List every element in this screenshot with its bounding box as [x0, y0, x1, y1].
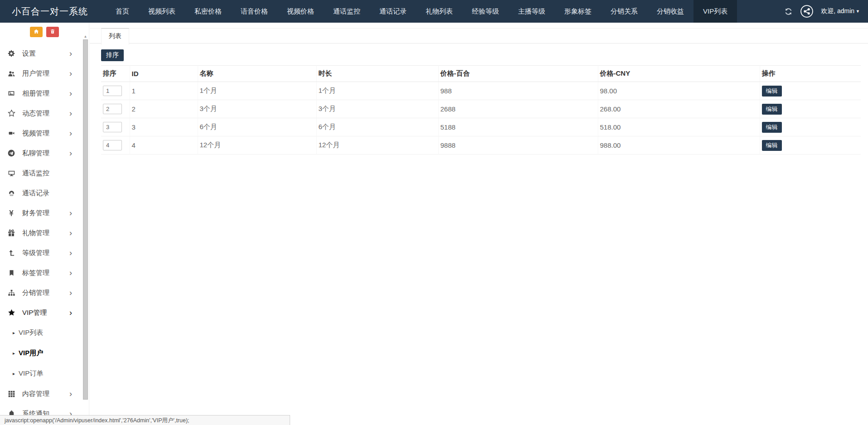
chevron-right-icon: › — [69, 249, 72, 257]
user-menu[interactable]: 欢迎, admin▼ — [821, 7, 860, 15]
sitemap-icon — [6, 289, 16, 297]
main-content: 列表 排序 排序 ID 名称 时长 价格-百合 价格-CNY 操作 1 1个月 … — [90, 23, 868, 425]
chevron-right-icon: › — [69, 269, 72, 277]
cell-duration: 3个月 — [316, 100, 438, 118]
edit-button[interactable]: 编辑 — [762, 140, 782, 151]
sidebar-item-albums[interactable]: 相册管理 › — [0, 83, 89, 103]
sort-input[interactable] — [103, 104, 122, 114]
nav-item-voice-price[interactable]: 语音价格 — [231, 0, 277, 23]
yen-icon — [6, 209, 16, 217]
triangle-right-icon: ▸ — [13, 330, 15, 335]
welcome-text: 欢迎, admin — [821, 7, 854, 14]
sidebar-subitem-vip-orders[interactable]: ▸ VIP订单 — [0, 363, 89, 384]
sidebar-item-tags[interactable]: 标签管理 › — [0, 263, 89, 283]
sidebar-item-videos[interactable]: 视频管理 › — [0, 123, 89, 143]
sidebar-item-gifts[interactable]: 礼物管理 › — [0, 223, 89, 243]
nav-item-private-price[interactable]: 私密价格 — [185, 0, 231, 23]
nav-item-call-records[interactable]: 通话记录 — [370, 0, 416, 23]
nav-item-home[interactable]: 首页 — [106, 0, 139, 23]
col-header-id: ID — [130, 66, 198, 82]
nav-item-exp-level[interactable]: 经验等级 — [462, 0, 509, 23]
gift-icon — [6, 229, 16, 237]
cell-price-lily: 2688 — [438, 100, 598, 118]
home-button[interactable] — [30, 27, 43, 37]
level-up-icon — [6, 249, 16, 257]
sort-input[interactable] — [103, 86, 122, 96]
image-icon — [6, 89, 16, 97]
nav-item-video-price[interactable]: 视频价格 — [277, 0, 324, 23]
nav-item-distribution-relation[interactable]: 分销关系 — [601, 0, 647, 23]
edit-button[interactable]: 编辑 — [762, 122, 782, 133]
caret-down-icon: ▼ — [856, 9, 860, 14]
edit-button[interactable]: 编辑 — [762, 104, 782, 115]
sidebar-item-settings[interactable]: 设置 › — [0, 43, 89, 63]
chevron-right-icon: › — [69, 289, 72, 297]
sort-input[interactable] — [103, 122, 122, 132]
table-row: 1 1个月 1个月 988 98.00 编辑 — [101, 82, 861, 100]
col-header-sort: 排序 — [101, 66, 130, 82]
sidebar-item-call-monitor[interactable]: 通话监控 — [0, 163, 89, 183]
star-icon — [6, 309, 16, 317]
sidebar-item-moments[interactable]: 动态管理 › — [0, 103, 89, 123]
nav-item-vip-list[interactable]: VIP列表 — [693, 0, 737, 23]
chevron-right-icon: › — [69, 129, 72, 137]
tab-list[interactable]: 列表 — [101, 28, 129, 45]
cell-id: 1 — [130, 82, 198, 100]
chevron-right-icon: › — [69, 69, 72, 77]
sort-input[interactable] — [103, 140, 122, 150]
sidebar-item-private-chat[interactable]: 私聊管理 › — [0, 143, 89, 163]
table-header-row: 排序 ID 名称 时长 价格-百合 价格-CNY 操作 — [101, 66, 861, 82]
scroll-up-arrow-icon[interactable]: ▲ — [82, 34, 88, 39]
sidebar-item-vip[interactable]: VIP管理 › — [0, 303, 89, 323]
nav-item-gift-list[interactable]: 礼物列表 — [416, 0, 462, 23]
share-network-avatar-icon[interactable] — [800, 5, 814, 18]
star-outline-icon — [6, 109, 16, 117]
sidebar: 设置 › 用户管理 › 相册管理 › 动态管理 › 视频管理 › 私聊管理 › … — [0, 23, 89, 425]
chevron-right-icon: › — [69, 390, 72, 398]
sidebar-scrollbar[interactable]: ▲ — [82, 34, 88, 425]
vip-table: 排序 ID 名称 时长 价格-百合 价格-CNY 操作 1 1个月 1个月 98… — [101, 65, 861, 155]
cell-name: 1个月 — [198, 82, 316, 100]
monitor-icon — [6, 169, 16, 177]
edit-button[interactable]: 编辑 — [762, 86, 782, 97]
grid-icon — [6, 390, 16, 398]
chevron-right-icon: › — [69, 89, 72, 97]
status-link-preview: javascript:openapp('/Admin/vipuser/index… — [0, 415, 290, 425]
sort-button[interactable]: 排序 — [101, 49, 124, 61]
cell-duration: 1个月 — [316, 82, 438, 100]
sidebar-item-distribution[interactable]: 分销管理 › — [0, 283, 89, 303]
nav-item-image-tags[interactable]: 形象标签 — [555, 0, 601, 23]
home-icon — [33, 29, 39, 36]
sidebar-subitem-vip-users[interactable]: ▸ VIP用户 — [0, 343, 89, 363]
app-title: 小百合一对一系统 — [0, 0, 106, 23]
sidebar-item-finance[interactable]: 财务管理 › — [0, 203, 89, 223]
table-row: 3 6个月 6个月 5188 518.00 编辑 — [101, 118, 861, 136]
trash-icon — [50, 29, 55, 36]
delete-button[interactable] — [46, 27, 59, 37]
triangle-right-icon: ▸ — [13, 351, 15, 356]
cell-price-cny: 518.00 — [598, 118, 760, 136]
scrollbar-thumb[interactable] — [83, 39, 88, 400]
navbar-right-cluster: 欢迎, admin▼ — [784, 0, 860, 23]
nav-item-anchor-level[interactable]: 主播等级 — [509, 0, 555, 23]
nav-item-call-monitor[interactable]: 通话监控 — [324, 0, 370, 23]
sidebar-menu: 设置 › 用户管理 › 相册管理 › 动态管理 › 视频管理 › 私聊管理 › … — [0, 43, 89, 424]
sidebar-item-levels[interactable]: 等级管理 › — [0, 243, 89, 263]
sidebar-item-call-records[interactable]: 通话记录 — [0, 183, 89, 203]
table-row: 4 12个月 12个月 9888 988.00 编辑 — [101, 136, 861, 155]
sidebar-subitem-vip-list[interactable]: ▸ VIP列表 — [0, 323, 89, 343]
cell-id: 4 — [130, 136, 198, 155]
cell-name: 12个月 — [198, 136, 316, 155]
sidebar-item-content[interactable]: 内容管理 › — [0, 384, 89, 404]
cell-duration: 6个月 — [316, 118, 438, 136]
refresh-icon[interactable] — [784, 7, 793, 16]
video-camera-icon — [6, 129, 16, 137]
nav-item-distribution-income[interactable]: 分销收益 — [647, 0, 693, 23]
cell-price-cny: 268.00 — [598, 100, 760, 118]
nav-item-video-list[interactable]: 视频列表 — [139, 0, 185, 23]
chevron-right-icon: › — [69, 209, 72, 217]
cell-duration: 12个月 — [316, 136, 438, 155]
sidebar-item-users[interactable]: 用户管理 › — [0, 63, 89, 83]
phone-icon — [6, 189, 16, 197]
paper-plane-icon — [6, 149, 16, 157]
